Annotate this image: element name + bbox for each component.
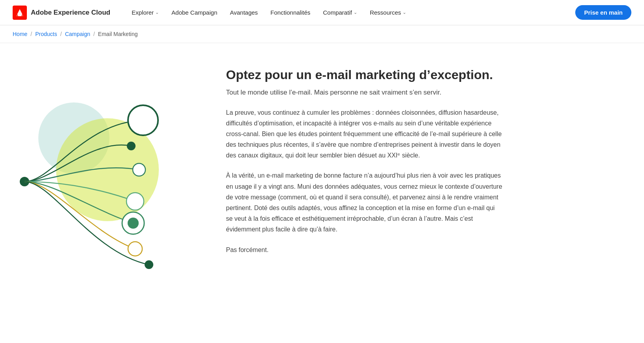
chevron-down-icon: ⌄ [403,10,406,15]
hero-illustration [13,59,202,288]
svg-point-11 [128,218,139,229]
svg-point-7 [127,142,136,150]
svg-point-9 [126,193,144,210]
hero-text: Optez pour un e-mail marketing d’excepti… [226,59,503,265]
nav-fonctionnalites[interactable]: Fonctionnalités [265,6,316,19]
hero-subtitle: Tout le monde utilise l’e-mail. Mais per… [226,87,503,98]
breadcrumb: Home / Products / Campaign / Email Marke… [0,25,644,43]
nav-comparatif[interactable]: Comparatif ⌄ [318,6,363,19]
hero-paragraph-2: À la vérité, un e-mail marketing de bonn… [226,170,503,235]
hero-title: Optez pour un e-mail marketing d’excepti… [226,67,503,83]
hero-paragraph-3: Pas forcément. [226,244,503,255]
logo-link[interactable]: Adobe Experience Cloud [13,6,110,20]
nav-explorer[interactable]: Explorer ⌄ [126,6,164,19]
chevron-down-icon: ⌄ [155,10,159,15]
main-content: Optez pour un e-mail marketing d’excepti… [0,43,553,304]
breadcrumb-current: Email Marketing [98,31,137,37]
breadcrumb-sep-1: / [30,31,32,37]
hero-paragraph-1: La preuve, vous continuez à cumuler les … [226,107,503,161]
breadcrumb-campaign[interactable]: Campaign [65,31,90,37]
breadcrumb-sep-3: / [93,31,95,37]
main-nav: Explorer ⌄ Adobe Campaign Avantages Fonc… [126,5,631,20]
svg-point-8 [133,163,145,176]
logo-text: Adobe Experience Cloud [31,9,110,17]
svg-point-13 [145,260,153,269]
header: Adobe Experience Cloud Explorer ⌄ Adobe … [0,0,644,25]
svg-point-12 [128,242,142,256]
adobe-logo-icon [13,6,27,20]
breadcrumb-products[interactable]: Products [35,31,57,37]
nav-avantages[interactable]: Avantages [224,6,264,19]
breadcrumb-sep-2: / [60,31,62,37]
nav-adobe-campaign[interactable]: Adobe Campaign [166,6,223,19]
nav-ressources[interactable]: Ressources ⌄ [364,6,412,19]
svg-point-6 [128,105,158,135]
cta-button[interactable]: Prise en main [575,5,631,20]
chevron-down-icon: ⌄ [354,10,357,15]
breadcrumb-home[interactable]: Home [13,31,27,37]
